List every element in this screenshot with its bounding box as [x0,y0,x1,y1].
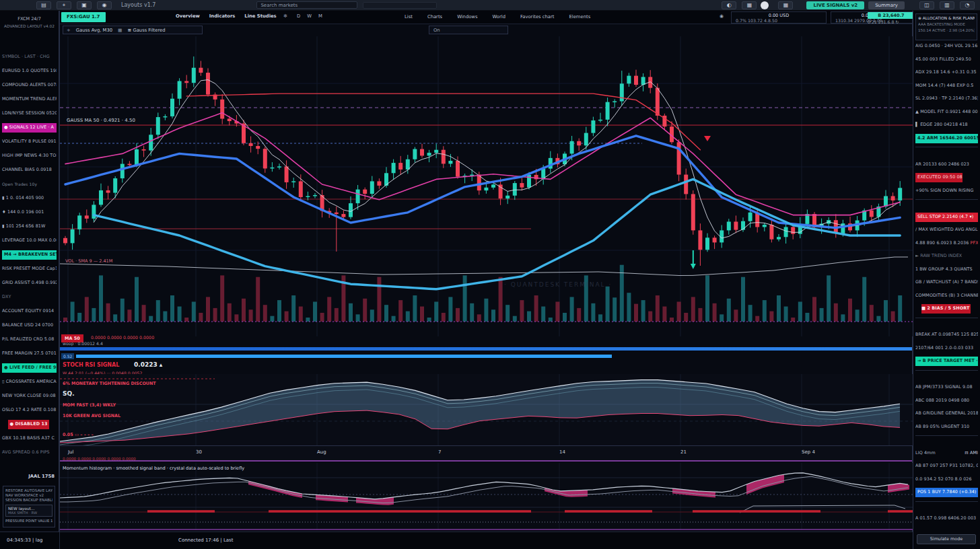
watchlist-row[interactable]: FREE MARGIN 27.5 0701 [2,349,57,359]
orders-row[interactable]: ▌ EDGE 280 04218 418 [915,120,978,130]
orders-row[interactable]: ADX 29.18 14.6 +0.31 0.35 [915,68,978,77]
command-input[interactable] [363,2,437,9]
watchlist-row[interactable]: ▮ 101 254 656 81W [2,222,57,231]
orders-row[interactable]: MOM 14.4 (7) 448 EXP 0.5 [915,81,978,91]
orders-row[interactable]: AB 87 097 257 P31 10782, 008 [915,462,978,471]
orders-row[interactable]: POS 1 BUY 7.7840 (+0.34) [915,488,978,497]
ribbon-pane[interactable] [60,374,913,445]
orders-row[interactable]: 2107/64 001 2.0-0.03 033 [915,344,978,353]
tab-line-studies[interactable]: Line Studies [244,13,276,19]
indicator-box[interactable]: + Gauss Avg, M30 ▦ ≡ Gauss Filtered [63,26,203,34]
menu-windows[interactable]: Windows [457,14,477,20]
orders-row[interactable]: EXECUTED 09:50 08 [915,173,963,182]
watchlist-row[interactable]: P/L REALIZED CRD 5.08 [2,335,57,344]
watchlist-row[interactable]: ● DISABLED 13 [8,420,49,429]
watchlist-row[interactable]: OSLO 17 4.2 RATE 0.108 [2,406,57,415]
price-chart[interactable]: GAUSS MA 50 · 0.4921 · 4.50VOL · SMA 9 —… [60,36,913,336]
orders-row[interactable]: 0.0 934.2 52 070 8.0 026 [915,475,978,484]
pin-icon[interactable]: ◉ [97,1,112,9]
chart-icon[interactable]: ▥ [940,1,954,9]
tab-overview[interactable]: Overview [176,13,200,19]
oscillator-pane[interactable] [60,463,913,530]
watchlist-row[interactable]: HIGH IMP NEWS 4:30 TODAY [2,151,57,161]
watchlist-row[interactable]: NEW YORK CLOSE 09:08 [2,392,57,401]
orders-row[interactable]: / MAX WEIGHTED AVG ANGLE [915,225,978,235]
alerts-icon[interactable]: ◔ [960,1,975,9]
time-axis[interactable]: 0.0000 0.0000 0.0000 0.0000 0.0000 Jul30… [60,445,912,462]
watchlist-row[interactable]: ▮ 1 0. 014 405 900 [2,194,57,203]
watchlist-row[interactable]: ♦ 144 0.0 196 001 [2,208,57,217]
summary-button[interactable]: Summary [868,1,905,9]
watchlist-row[interactable]: MOMENTUM TREND ALERT [2,95,57,104]
orders-row[interactable]: AB GRIDLINE GENERAL 2018 [915,409,978,418]
watchlist-row[interactable]: DXY [2,293,57,302]
watchlist-row[interactable]: COMPOUND ALERTS 0078 [2,81,57,90]
layout-input[interactable]: NEW layout… MAX SMITH · RW [5,505,53,517]
buy-button[interactable]: B 23,640.7 [868,12,915,19]
timeframe-w[interactable]: W [307,13,312,19]
session-clock: 04:345:33 | lag [7,538,42,543]
watchlist-row[interactable]: GBX 10.18 BASIS A37 C [2,434,57,443]
grid-icon[interactable]: ▦ [742,1,757,9]
watchlist-row[interactable]: ● SIGNALS 12 LIVE · A [2,123,57,133]
orders-row[interactable]: COMMODITIES (B) 3 CHANNELS [915,291,978,301]
apps-icon[interactable]: ▤ [36,1,51,9]
watchlist-row[interactable]: RISK PRESET MODE Cap10 [2,264,57,274]
menu-charts[interactable]: Charts [427,14,442,20]
watchlist-row[interactable]: EURUSD 1.0 QUOTES 1984 [2,67,57,76]
menu-favorites-chart[interactable]: Favorites chart [520,14,555,20]
orders-row[interactable]: SL 2.0943 · TP 2.2140 (7.36) [915,94,978,104]
orders-row[interactable]: AR 20133 600 2486 023 [915,160,978,170]
orders-row[interactable]: A 01.57 0.998 6406.20 003 [915,514,978,523]
menu-list[interactable]: List [405,14,413,20]
orders-row[interactable]: ► RAW TREND INDEX [915,252,978,261]
menu-world[interactable]: World [492,14,505,20]
target-icon[interactable]: ⌖ [57,1,71,9]
symbol-badge[interactable]: FXS:GAU 1.7 [61,12,106,22]
watchlist-row[interactable]: LEVERAGE 10.0 MAX 0.001 [2,236,57,246]
panel-icon[interactable]: ◫ [919,1,934,9]
simulate-mode-button[interactable]: Simulate mode [917,534,976,544]
orders-row[interactable]: BREAK AT 0.098745 125 825 [915,330,978,340]
orders-row[interactable]: ▲ MODEL FIT 0.9921 448 001 [915,108,978,117]
orders-row[interactable]: ■ 2 BIAS / 5 SHORT ▲ [921,304,971,314]
bid-cell[interactable]: 0.00 USD 0.7% 103.72 4.8.50 [731,11,827,24]
avatar[interactable] [761,1,769,9]
timeframe-m[interactable]: M [318,13,322,19]
orders-row[interactable]: 1 BW GROUP 4.3 QUANTS [915,265,978,274]
orders-row[interactable]: 4.88 890 6.0923 8.2036 PFX/D [915,239,978,248]
watchlist-row[interactable]: Open Trades 10y [2,180,57,189]
grid-layout-icon[interactable]: ▦ [778,1,793,9]
watchlist-row[interactable]: M4 → BREAKEVEN SET ✓ [2,250,57,260]
watchlist-row[interactable]: CHANNEL BIAS 0.0918 [2,166,57,175]
theme-icon[interactable]: ◐ [722,1,736,9]
watchlist-row[interactable]: GRID ASSIST 0.498 0.992 [2,279,57,288]
watchlist-row[interactable]: VOLATILITY 8 PULSE 0915 [2,137,57,147]
timeframe-d[interactable]: D [297,13,300,19]
watchlist-row[interactable]: ACCOUNT EQUITY 0914 [2,307,57,316]
orders-row[interactable]: 45.00 093 FILLED 249.50 [915,55,978,65]
gear-icon[interactable]: ✻ [283,13,287,19]
orders-row[interactable]: ABC 088 2019 0498 080 [915,396,978,406]
orders-row[interactable]: → B PRICE TARGET MET · A [915,357,978,366]
live-signals-button[interactable]: LIVE SIGNALS v2 [806,1,864,9]
orders-row[interactable]: SELL STOP 2.2140 (4.7 ▾) [915,213,978,222]
menu-elements[interactable]: Elements [569,14,591,20]
watchlist-row[interactable]: LDN/NYSE SESSION 0520 [2,109,57,118]
orders-row[interactable]: GB / WATCHLIST (A) 7 BANDS [915,278,978,287]
orders-row[interactable]: AB 89 05% URGENT 310 [915,423,978,432]
watchlist-row[interactable]: SYMBOL · LAST · CHG [2,52,57,62]
orders-row[interactable]: 4.2 ARM 16546.20 60015 [915,134,978,143]
orders-row[interactable]: AB JPM/3733 SIGNAL 9.08 [915,383,978,392]
on-toggle[interactable]: On [429,26,508,34]
watchlist-row[interactable]: AVG SPREAD 0.6 PIPS [2,448,57,458]
layers-icon[interactable]: ▣ [77,1,92,9]
watchlist-row[interactable]: ● LIVE FEED / FREE 90 [2,363,57,373]
watchlist-row[interactable]: ▯ CROSSRATES AMERICAS [2,377,57,387]
tab-indicators[interactable]: Indicators [209,13,236,19]
orders-row[interactable]: AIG 0.0450 · 24H VOL 29.16 [915,42,978,51]
watchlist-row[interactable]: BALANCE USD 24 0700 [2,321,57,330]
search-input[interactable]: Search markets [256,1,357,9]
orders-row[interactable]: LIQ 4mm ⊟ AMI [915,449,978,458]
orders-row[interactable]: +90% SIGN DOWN RISING [915,186,978,196]
